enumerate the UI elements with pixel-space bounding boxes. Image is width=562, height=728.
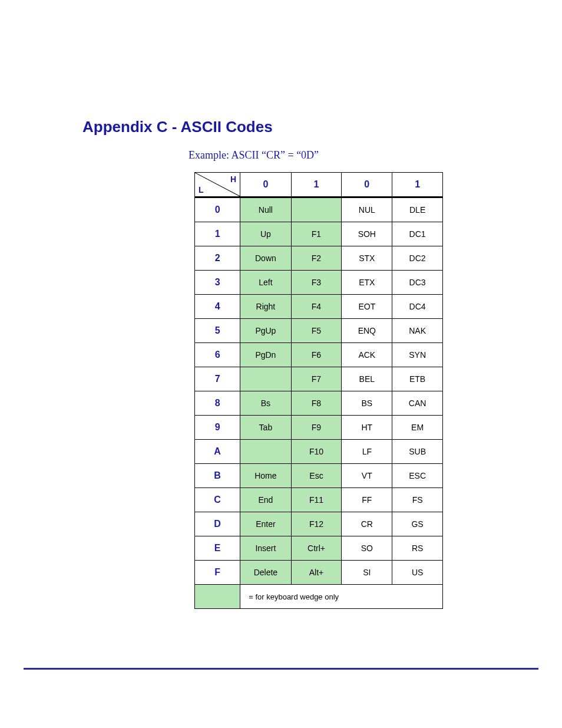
table-cell: F5 [291, 319, 342, 343]
table-cell: F10 [291, 440, 342, 464]
table-cell: US [392, 561, 443, 585]
page-bottom-rule [24, 668, 538, 670]
appendix-title: Appendix C - ASCII Codes [82, 118, 485, 136]
corner-cell: H L [195, 173, 240, 197]
table-cell: End [240, 488, 291, 512]
table-cell [240, 367, 291, 391]
table-cell: SO [342, 536, 392, 561]
footnote-row: = for keyboard wedge only [195, 585, 443, 609]
table-cell: Left [240, 271, 291, 295]
table-cell: ESC [392, 464, 443, 488]
row-header: F [195, 561, 240, 585]
row-header: 4 [195, 295, 240, 319]
table-cell [291, 197, 342, 222]
corner-label-l: L [199, 185, 204, 195]
table-row: 8BsF8BSCAN [195, 391, 443, 416]
table-cell: Enter [240, 512, 291, 536]
table-cell: F9 [291, 416, 342, 440]
table-cell: F7 [291, 367, 342, 391]
table-row: 2DownF2STXDC2 [195, 246, 443, 271]
row-header: A [195, 440, 240, 464]
table-row: BHomeEscVTESC [195, 464, 443, 488]
example-text: Example: ASCII “CR” = “0D” [189, 149, 485, 162]
table-cell: FF [342, 488, 392, 512]
col-header: 1 [392, 173, 443, 197]
table-cell: DC2 [392, 246, 443, 271]
row-header: 2 [195, 246, 240, 271]
table-cell: STX [342, 246, 392, 271]
table-cell: SOH [342, 222, 392, 246]
table-cell: Alt+ [291, 561, 342, 585]
table-cell: PgDn [240, 343, 291, 367]
table-cell: EOT [342, 295, 392, 319]
table-cell: SUB [392, 440, 443, 464]
ascii-codes-table: H L 0 1 0 1 0NullNULDLE1UpF1SOHDC12DownF… [194, 172, 443, 609]
table-cell: Esc [291, 464, 342, 488]
table-row: 7F7BELETB [195, 367, 443, 391]
table-cell: ETX [342, 271, 392, 295]
table-cell: DC4 [392, 295, 443, 319]
table-cell: ETB [392, 367, 443, 391]
footnote-text: = for keyboard wedge only [240, 585, 443, 609]
corner-label-h: H [230, 174, 236, 184]
table-cell: ACK [342, 343, 392, 367]
table-cell: DLE [392, 197, 443, 222]
col-header: 0 [240, 173, 291, 197]
table-cell: Insert [240, 536, 291, 561]
table-row: DEnterF12CRGS [195, 512, 443, 536]
table-row: FDeleteAlt+SIUS [195, 561, 443, 585]
table-cell: SYN [392, 343, 443, 367]
table-cell: F12 [291, 512, 342, 536]
table-cell: FS [392, 488, 443, 512]
table-header-row: H L 0 1 0 1 [195, 173, 443, 197]
table-cell: Right [240, 295, 291, 319]
table-row: 1UpF1SOHDC1 [195, 222, 443, 246]
table-cell: LF [342, 440, 392, 464]
col-header: 1 [291, 173, 342, 197]
table-cell: Bs [240, 391, 291, 416]
col-header: 0 [342, 173, 392, 197]
row-header: D [195, 512, 240, 536]
table-cell: Delete [240, 561, 291, 585]
row-header: C [195, 488, 240, 512]
table-row: AF10LFSUB [195, 440, 443, 464]
table-cell: VT [342, 464, 392, 488]
table-cell: GS [392, 512, 443, 536]
table-cell: F6 [291, 343, 342, 367]
table-row: CEndF11FFFS [195, 488, 443, 512]
table-cell: NUL [342, 197, 392, 222]
table-cell: NAK [392, 319, 443, 343]
table-cell: BS [342, 391, 392, 416]
table-cell: Ctrl+ [291, 536, 342, 561]
table-row: 3LeftF3ETXDC3 [195, 271, 443, 295]
table-cell: SI [342, 561, 392, 585]
table-cell: Tab [240, 416, 291, 440]
table-cell: PgUp [240, 319, 291, 343]
table-row: 0NullNULDLE [195, 197, 443, 222]
table-cell: DC1 [392, 222, 443, 246]
table-cell: F3 [291, 271, 342, 295]
table-cell [240, 440, 291, 464]
table-cell: F1 [291, 222, 342, 246]
table-cell: F8 [291, 391, 342, 416]
table-cell: ENQ [342, 319, 392, 343]
table-cell: EM [392, 416, 443, 440]
table-cell: Home [240, 464, 291, 488]
table-row: EInsertCtrl+SORS [195, 536, 443, 561]
table-row: 9TabF9HTEM [195, 416, 443, 440]
table-cell: F4 [291, 295, 342, 319]
row-header: 6 [195, 343, 240, 367]
table-cell: DC3 [392, 271, 443, 295]
table-cell: RS [392, 536, 443, 561]
table-row: 5PgUpF5ENQNAK [195, 319, 443, 343]
row-header: E [195, 536, 240, 561]
table-cell: F11 [291, 488, 342, 512]
row-header: 5 [195, 319, 240, 343]
row-header: 0 [195, 197, 240, 222]
table-cell: CR [342, 512, 392, 536]
row-header: 7 [195, 367, 240, 391]
row-header: B [195, 464, 240, 488]
table-cell: CAN [392, 391, 443, 416]
table-cell: Down [240, 246, 291, 271]
row-header: 9 [195, 416, 240, 440]
